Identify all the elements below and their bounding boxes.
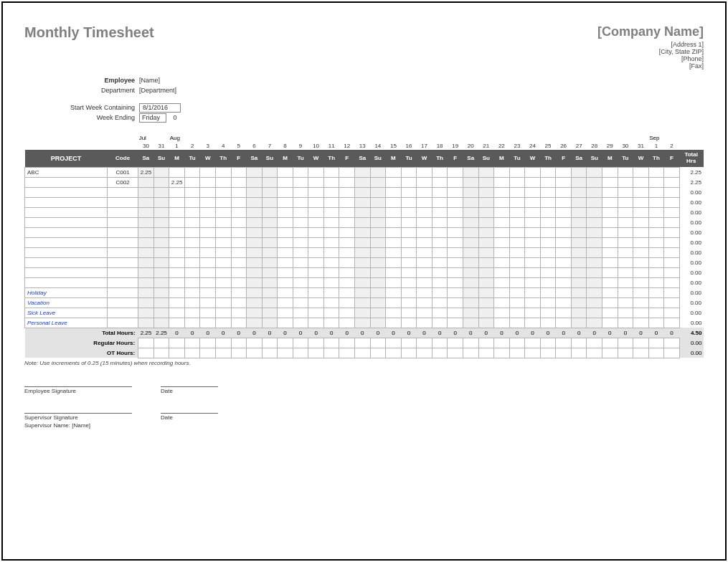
hours-cell[interactable] <box>494 177 510 187</box>
hours-cell[interactable] <box>370 318 386 328</box>
hours-cell[interactable] <box>262 277 278 287</box>
hours-cell[interactable] <box>618 277 633 287</box>
hours-cell[interactable] <box>138 308 154 318</box>
hours-cell[interactable] <box>386 217 402 227</box>
totals-cell[interactable] <box>184 338 200 348</box>
hours-cell[interactable] <box>618 257 633 267</box>
hours-cell[interactable] <box>262 308 278 318</box>
hours-cell[interactable] <box>417 187 432 197</box>
hours-cell[interactable] <box>494 167 510 177</box>
hours-cell[interactable] <box>602 217 618 227</box>
hours-cell[interactable] <box>556 197 572 207</box>
hours-cell[interactable] <box>184 237 200 247</box>
hours-cell[interactable] <box>215 277 231 287</box>
hours-cell[interactable] <box>664 227 680 237</box>
hours-cell[interactable] <box>231 217 247 227</box>
hours-cell[interactable] <box>540 167 556 177</box>
hours-cell[interactable] <box>293 287 308 297</box>
hours-cell[interactable] <box>169 287 185 297</box>
hours-cell[interactable] <box>339 318 355 328</box>
hours-cell[interactable] <box>587 187 602 197</box>
hours-cell[interactable] <box>540 297 556 308</box>
code-cell[interactable] <box>108 297 138 308</box>
hours-cell[interactable] <box>587 287 602 297</box>
hours-cell[interactable] <box>184 297 200 308</box>
hours-cell[interactable] <box>293 167 308 177</box>
hours-cell[interactable] <box>278 277 293 287</box>
hours-cell[interactable] <box>633 167 649 177</box>
hours-cell[interactable] <box>200 227 216 237</box>
hours-cell[interactable] <box>138 257 154 267</box>
hours-cell[interactable] <box>262 318 278 328</box>
hours-cell[interactable] <box>432 217 448 227</box>
hours-cell[interactable] <box>169 247 185 257</box>
hours-cell[interactable] <box>664 318 680 328</box>
hours-cell[interactable] <box>339 217 355 227</box>
hours-cell[interactable] <box>478 167 494 177</box>
hours-cell[interactable] <box>370 187 386 197</box>
totals-cell[interactable] <box>525 338 541 348</box>
hours-cell[interactable] <box>618 197 633 207</box>
hours-cell[interactable] <box>587 217 602 227</box>
hours-cell[interactable] <box>633 247 649 257</box>
hours-cell[interactable] <box>618 217 633 227</box>
hours-cell[interactable] <box>540 247 556 257</box>
employee-sig-date-label[interactable]: Date <box>161 386 218 394</box>
hours-cell[interactable] <box>463 177 478 187</box>
hours-cell[interactable] <box>540 217 556 227</box>
hours-cell[interactable] <box>432 237 448 247</box>
hours-cell[interactable] <box>664 297 680 308</box>
hours-cell[interactable] <box>509 297 525 308</box>
hours-cell[interactable] <box>509 287 525 297</box>
project-cell[interactable] <box>25 227 108 237</box>
hours-cell[interactable] <box>262 207 278 217</box>
hours-cell[interactable] <box>247 237 263 247</box>
hours-cell[interactable] <box>293 217 308 227</box>
code-cell[interactable] <box>108 237 138 247</box>
hours-cell[interactable] <box>463 167 478 177</box>
hours-cell[interactable] <box>525 177 541 187</box>
hours-cell[interactable] <box>417 227 432 237</box>
hours-cell[interactable] <box>386 207 402 217</box>
hours-cell[interactable] <box>293 247 308 257</box>
hours-cell[interactable] <box>494 227 510 237</box>
totals-cell[interactable] <box>463 338 478 348</box>
employee-signature-label[interactable]: Employee Signature <box>24 386 132 394</box>
hours-cell[interactable] <box>494 247 510 257</box>
project-cell[interactable] <box>25 277 108 287</box>
hours-cell[interactable] <box>339 247 355 257</box>
hours-cell[interactable] <box>540 187 556 197</box>
hours-cell[interactable] <box>200 167 216 177</box>
hours-cell[interactable] <box>664 187 680 197</box>
hours-cell[interactable] <box>509 187 525 197</box>
totals-cell[interactable] <box>169 348 185 358</box>
hours-cell[interactable] <box>509 247 525 257</box>
hours-cell[interactable] <box>432 247 448 257</box>
hours-cell[interactable] <box>231 308 247 318</box>
hours-cell[interactable] <box>215 247 231 257</box>
hours-cell[interactable] <box>633 227 649 237</box>
totals-cell[interactable] <box>633 348 649 358</box>
hours-cell[interactable] <box>509 257 525 267</box>
hours-cell[interactable] <box>587 237 602 247</box>
hours-cell[interactable] <box>648 237 664 247</box>
hours-cell[interactable] <box>478 207 494 217</box>
hours-cell[interactable] <box>648 308 664 318</box>
totals-cell[interactable] <box>355 338 371 348</box>
hours-cell[interactable] <box>417 287 432 297</box>
hours-cell[interactable] <box>525 207 541 217</box>
hours-cell[interactable] <box>571 277 587 287</box>
hours-cell[interactable] <box>463 257 478 267</box>
hours-cell[interactable] <box>448 187 463 197</box>
hours-cell[interactable] <box>664 247 680 257</box>
hours-cell[interactable] <box>494 297 510 308</box>
hours-cell[interactable] <box>633 267 649 277</box>
hours-cell[interactable] <box>339 167 355 177</box>
hours-cell[interactable] <box>448 197 463 207</box>
hours-cell[interactable] <box>401 267 417 277</box>
hours-cell[interactable] <box>448 277 463 287</box>
hours-cell[interactable] <box>602 247 618 257</box>
hours-cell[interactable] <box>432 297 448 308</box>
hours-cell[interactable] <box>556 297 572 308</box>
hours-cell[interactable] <box>618 227 633 237</box>
